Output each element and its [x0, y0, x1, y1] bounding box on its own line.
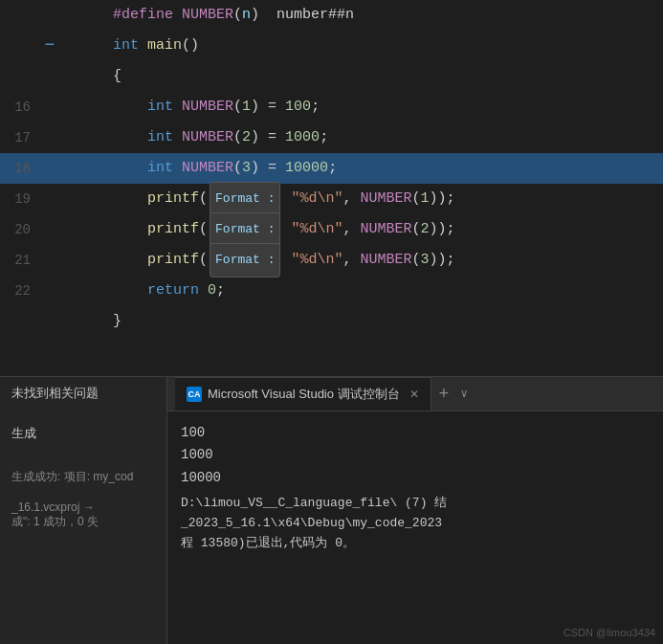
error-panel: 未找到相关问题 生成 生成成功: 项目: my_cod _16.1.vcxpro… — [0, 376, 167, 644]
debug-content: 100 1000 10000 D:\limou_VS__C_language_f… — [167, 411, 663, 644]
line-number-19: 19 — [4, 184, 42, 214]
tab-add-button[interactable]: + — [431, 385, 457, 404]
error-section: 生成 — [11, 425, 155, 446]
line-number-16: 16 — [4, 92, 42, 122]
line-number-18: 18 — [4, 153, 42, 184]
code-line-23: } — [0, 306, 663, 337]
code-editor: #define NUMBER(n) number##n − int main()… — [0, 0, 663, 383]
line-content-23: } — [57, 276, 663, 367]
tab-icon: CA — [187, 387, 202, 402]
debug-path-line3: 程 13580)已退出,代码为 0。 — [181, 534, 650, 554]
debug-path-line1: D:\limou_VS__C_language_file\ (7) 结 — [181, 494, 650, 514]
error-title: 未找到相关问题 — [11, 385, 155, 402]
token: } — [113, 313, 122, 329]
line-number-21: 21 — [4, 245, 42, 276]
output-line-2: 1000 — [181, 444, 650, 465]
watermark: CSDN @limou3434 — [564, 627, 655, 638]
debug-panel: CA Microsoft Visual Studio 调试控制台 ✕ + ∨ 1… — [167, 376, 663, 644]
output-line-1: 100 — [181, 422, 650, 443]
gutter-arrow-2: − — [42, 30, 57, 62]
line-number-22: 22 — [4, 276, 42, 306]
line-number-17: 17 — [4, 122, 42, 153]
debug-tab-bar: CA Microsoft Visual Studio 调试控制台 ✕ + ∨ — [167, 377, 663, 411]
build-content: 生成成功: 项目: my_cod — [11, 469, 155, 485]
tab-dropdown-button[interactable]: ∨ — [456, 387, 471, 401]
build-result: _16.1.vcxproj → 成": 1 成功，0 失 — [11, 500, 155, 530]
error-section-title: 生成 — [11, 425, 155, 442]
build-section: 生成成功: 项目: my_cod — [11, 469, 155, 485]
tab-icon-text: CA — [188, 389, 201, 399]
debug-path: D:\limou_VS__C_language_file\ (7) 结 _202… — [181, 494, 650, 553]
output-line-3: 10000 — [181, 467, 650, 488]
line-number-20: 20 — [4, 214, 42, 245]
tab-close-button[interactable]: ✕ — [409, 388, 419, 401]
bottom-panel: 未找到相关问题 生成 生成成功: 项目: my_cod _16.1.vcxpro… — [0, 376, 663, 644]
debug-path-line2: _2023_5_16.1\x64\Debug\my_code_2023 — [181, 514, 650, 534]
tab-label: Microsoft Visual Studio 调试控制台 — [208, 386, 400, 403]
debug-tab[interactable]: CA Microsoft Visual Studio 调试控制台 ✕ — [175, 377, 431, 411]
